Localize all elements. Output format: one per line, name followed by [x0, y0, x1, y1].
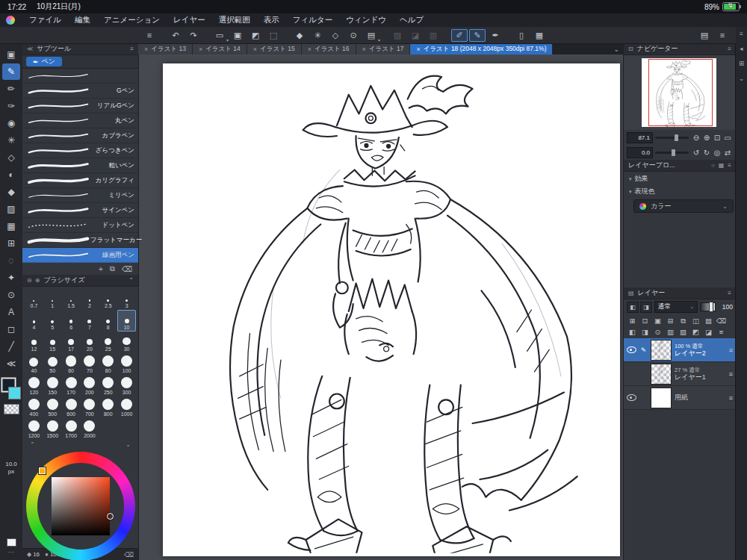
layer-row[interactable]: ✎ 100 % 通常レイヤー2 ≡: [624, 338, 736, 362]
brush-size-1500[interactable]: 1500: [43, 418, 62, 440]
layer-row[interactable]: 27 % 通常レイヤー1 ≡: [624, 362, 736, 386]
tool-frame-border-icon[interactable]: ⊞: [2, 235, 20, 252]
actual-size-icon[interactable]: ▭: [722, 134, 733, 142]
rotate-right-icon[interactable]: ↻: [701, 149, 712, 157]
tab-illustration-14[interactable]: ×イラスト 14: [193, 43, 247, 55]
delete-layer-icon[interactable]: ⌫: [715, 315, 728, 326]
tool-eyedropper-icon[interactable]: ⊙: [2, 287, 20, 303]
menu-view[interactable]: 表示: [257, 15, 286, 25]
menu-selection[interactable]: 選択範囲: [212, 15, 257, 25]
zoom-out-icon[interactable]: ⊖: [691, 134, 701, 142]
brush-size-7[interactable]: 7: [81, 310, 99, 332]
brush-panel-collapse-icon[interactable]: ⌃: [128, 277, 134, 284]
tab-close-icon[interactable]: ×: [362, 46, 366, 53]
new-raster-layer-icon[interactable]: ⊞: [626, 315, 639, 326]
toolbar-fill-icon[interactable]: ◆: [291, 29, 308, 42]
toolbar-mask-2-icon[interactable]: ◪: [407, 29, 424, 42]
brush-size-17[interactable]: 17: [62, 332, 81, 353]
lock-transparency-icon[interactable]: ◨: [639, 326, 651, 337]
sv-marker[interactable]: [107, 513, 114, 520]
brush-size-1700[interactable]: 1700: [62, 418, 81, 440]
subtool-menu-icon[interactable]: ≡: [130, 46, 134, 52]
subtool-item[interactable]: [22, 69, 138, 84]
collapse-panels-icon[interactable]: ≡: [740, 30, 743, 37]
tool-blend-icon[interactable]: ◐: [2, 167, 20, 183]
saturation-value-square[interactable]: [52, 477, 110, 535]
brush-size-120[interactable]: 120: [25, 375, 43, 396]
toolbar-gradient-icon[interactable]: ◇: [327, 29, 344, 42]
size-decrease-icon[interactable]: ⊖: [27, 277, 32, 284]
thumbnail-size-icon[interactable]: ◧: [627, 302, 639, 313]
subtool-item[interactable]: 丸ペン: [22, 113, 138, 128]
effect-border-icon[interactable]: ○: [711, 162, 715, 169]
color-wheel[interactable]: [26, 452, 135, 560]
menu-help[interactable]: ヘルプ: [393, 15, 430, 25]
subtool-item[interactable]: 線画用ペン: [22, 248, 138, 263]
brush-size-700[interactable]: 700: [81, 396, 99, 418]
layer-panel-menu-icon[interactable]: ≡: [728, 290, 731, 296]
brush-size-150[interactable]: 150: [43, 375, 62, 396]
collapse-up-icon[interactable]: ⌃: [30, 441, 35, 448]
panel-menu-icon[interactable]: ≡: [728, 162, 731, 169]
brush-size-200[interactable]: 200: [81, 375, 99, 396]
toolbar-material-icon[interactable]: ▤▾: [363, 29, 379, 42]
brush-size-170[interactable]: 170: [62, 375, 81, 396]
toolbar-deselect-icon[interactable]: ▣: [229, 29, 246, 42]
reset-rotation-icon[interactable]: ◎: [712, 149, 722, 157]
tool-pencil-icon[interactable]: ✏: [2, 81, 20, 97]
brush-size-500[interactable]: 500: [43, 396, 62, 418]
tab-illustration-13[interactable]: ×イラスト 13: [138, 43, 193, 55]
apply-mask-icon[interactable]: ▤: [702, 315, 715, 326]
transfer-down-icon[interactable]: ⊟: [664, 315, 677, 326]
tool-gradient-icon[interactable]: ▨: [2, 201, 20, 217]
tab-close-icon[interactable]: ×: [308, 46, 311, 53]
clip-studio-logo-icon[interactable]: [6, 16, 15, 25]
toolbar-vector-snap-icon[interactable]: ✎: [469, 29, 486, 42]
tab-list-chevron-icon[interactable]: ⌄: [609, 46, 624, 53]
rotate-left-icon[interactable]: ↺: [691, 149, 701, 157]
menu-edit[interactable]: 編集: [68, 15, 97, 25]
brush-size-50[interactable]: 50: [43, 353, 62, 375]
brush-size-1200[interactable]: 1200: [25, 418, 43, 440]
brush-size-5[interactable]: 5: [43, 310, 62, 332]
brush-size-70[interactable]: 70: [81, 353, 99, 375]
layer-row-menu-icon[interactable]: ≡: [729, 346, 733, 354]
menu-layer[interactable]: レイヤー: [167, 15, 212, 25]
subtool-item[interactable]: カリグラフィ: [22, 173, 138, 188]
tool-auto-select-icon[interactable]: ✦: [2, 270, 20, 286]
scroll-down-icon[interactable]: ⌄: [739, 75, 744, 82]
tab-close-icon[interactable]: ×: [416, 46, 420, 53]
brush-size-6[interactable]: 6: [62, 310, 81, 332]
tool-decoration-icon[interactable]: ✳: [2, 132, 20, 149]
view-frame[interactable]: [648, 59, 713, 126]
brush-size-0.7[interactable]: 0.7: [25, 288, 43, 310]
fit-screen-icon[interactable]: ⊡: [712, 134, 722, 142]
zoom-in-icon[interactable]: ⊕: [701, 134, 712, 142]
layer-visibility-toggle[interactable]: [627, 394, 636, 401]
expand-panel-icon[interactable]: ◂: [740, 45, 743, 52]
quick-color-chip[interactable]: [7, 538, 16, 547]
collapse-down-icon[interactable]: ⌄: [125, 441, 131, 448]
size-increase-icon[interactable]: ⊕: [35, 277, 40, 284]
toolbar-symmetry-icon[interactable]: ⊙: [345, 29, 362, 42]
subtool-item[interactable]: ミリペン: [22, 188, 138, 203]
expression-disclosure-icon[interactable]: ▾: [629, 189, 632, 195]
duplicate-subtool-icon[interactable]: ⧉: [110, 264, 115, 273]
brush-size-600[interactable]: 600: [62, 396, 81, 418]
brush-size-12[interactable]: 12: [25, 332, 43, 353]
toolbar-selection-launcher-icon[interactable]: ⬚: [265, 29, 282, 42]
layer-row[interactable]: 用紙 ≡: [624, 386, 736, 410]
strip-overflow-icon[interactable]: ⋯: [8, 549, 15, 556]
onion-skin-icon[interactable]: ◪: [702, 326, 715, 337]
brush-size-2[interactable]: 2: [81, 288, 99, 310]
toolbar-palette-dock-icon[interactable]: ▤: [696, 29, 713, 42]
layer-menu-icon[interactable]: ≡: [715, 326, 728, 337]
tool-line-correct-icon[interactable]: ╱: [2, 338, 20, 355]
reference-layer-icon[interactable]: ▥: [664, 326, 677, 337]
tab-close-icon[interactable]: ×: [199, 46, 202, 53]
navigator-thumbnail[interactable]: [642, 58, 716, 127]
sub-color-swatch[interactable]: [8, 387, 21, 399]
expression-color-dropdown[interactable]: カラー ⌄: [633, 199, 734, 213]
tool-operation-icon[interactable]: ▣: [2, 46, 20, 63]
toolbar-grid-view-icon[interactable]: ▦: [531, 29, 548, 42]
